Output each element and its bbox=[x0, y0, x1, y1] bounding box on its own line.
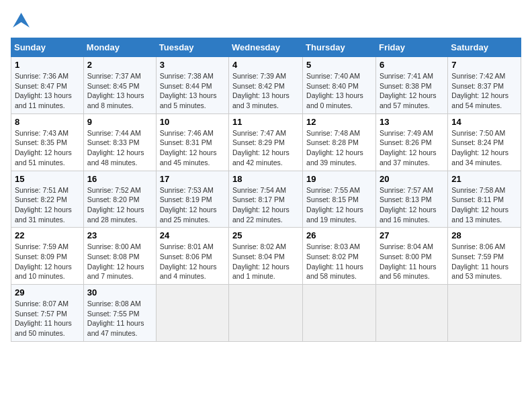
day-number: 28 bbox=[451, 230, 517, 240]
day-number: 30 bbox=[87, 287, 152, 298]
weekday-header: Tuesday bbox=[156, 38, 228, 57]
day-info: Sunrise: 7:59 AMSunset: 8:09 PMDaylight:… bbox=[15, 242, 80, 281]
weekday-header: Saturday bbox=[448, 38, 521, 57]
day-number: 19 bbox=[306, 174, 372, 184]
calendar-cell: 12Sunrise: 7:48 AMSunset: 8:28 PMDayligh… bbox=[303, 113, 376, 171]
svg-marker-0 bbox=[13, 13, 30, 28]
weekday-header: Friday bbox=[375, 38, 447, 57]
day-info: Sunrise: 7:51 AMSunset: 8:22 PMDaylight:… bbox=[15, 185, 80, 225]
calendar-cell: 30Sunrise: 8:08 AMSunset: 7:55 PMDayligh… bbox=[83, 285, 156, 342]
day-info: Sunrise: 7:43 AMSunset: 8:35 PMDaylight:… bbox=[15, 128, 80, 168]
calendar-cell: 22Sunrise: 7:59 AMSunset: 8:09 PMDayligh… bbox=[11, 228, 84, 285]
calendar-cell: 10Sunrise: 7:46 AMSunset: 8:31 PMDayligh… bbox=[156, 113, 228, 171]
weekday-header: Sunday bbox=[11, 38, 84, 57]
day-info: Sunrise: 7:42 AMSunset: 8:37 PMDaylight:… bbox=[451, 71, 517, 111]
day-number: 24 bbox=[160, 230, 225, 240]
day-info: Sunrise: 7:53 AMSunset: 8:19 PMDaylight:… bbox=[160, 185, 225, 225]
calendar-cell: 16Sunrise: 7:52 AMSunset: 8:20 PMDayligh… bbox=[83, 171, 156, 228]
page-header bbox=[11, 11, 521, 30]
day-number: 25 bbox=[232, 230, 299, 240]
calendar-cell: 21Sunrise: 7:58 AMSunset: 8:11 PMDayligh… bbox=[448, 171, 521, 228]
day-number: 15 bbox=[15, 174, 80, 184]
weekday-header: Thursday bbox=[303, 38, 376, 57]
day-number: 17 bbox=[160, 174, 225, 184]
day-info: Sunrise: 8:00 AMSunset: 8:08 PMDaylight:… bbox=[87, 242, 152, 281]
day-info: Sunrise: 7:38 AMSunset: 8:44 PMDaylight:… bbox=[160, 71, 225, 111]
day-number: 3 bbox=[160, 60, 225, 70]
calendar-cell bbox=[303, 285, 376, 342]
day-number: 6 bbox=[380, 60, 444, 70]
day-number: 27 bbox=[380, 230, 444, 240]
calendar-cell: 5Sunrise: 7:40 AMSunset: 8:40 PMDaylight… bbox=[303, 57, 376, 114]
calendar-cell: 14Sunrise: 7:50 AMSunset: 8:24 PMDayligh… bbox=[448, 113, 521, 171]
weekday-header: Wednesday bbox=[229, 38, 303, 57]
calendar-cell: 11Sunrise: 7:47 AMSunset: 8:29 PMDayligh… bbox=[229, 113, 303, 171]
calendar-cell: 27Sunrise: 8:04 AMSunset: 8:00 PMDayligh… bbox=[375, 228, 447, 285]
day-info: Sunrise: 7:44 AMSunset: 8:33 PMDaylight:… bbox=[87, 128, 152, 168]
day-info: Sunrise: 8:08 AMSunset: 7:55 PMDaylight:… bbox=[87, 299, 152, 338]
day-info: Sunrise: 7:40 AMSunset: 8:40 PMDaylight:… bbox=[306, 71, 372, 111]
day-info: Sunrise: 8:02 AMSunset: 8:04 PMDaylight:… bbox=[232, 242, 299, 281]
day-number: 10 bbox=[160, 117, 225, 127]
day-info: Sunrise: 7:55 AMSunset: 8:15 PMDaylight:… bbox=[306, 185, 372, 225]
day-info: Sunrise: 7:48 AMSunset: 8:28 PMDaylight:… bbox=[306, 128, 372, 168]
logo-icon bbox=[11, 11, 30, 30]
day-info: Sunrise: 8:06 AMSunset: 7:59 PMDaylight:… bbox=[451, 242, 517, 281]
day-info: Sunrise: 8:04 AMSunset: 8:00 PMDaylight:… bbox=[380, 242, 444, 281]
calendar-cell: 25Sunrise: 8:02 AMSunset: 8:04 PMDayligh… bbox=[229, 228, 303, 285]
day-info: Sunrise: 7:39 AMSunset: 8:42 PMDaylight:… bbox=[232, 71, 299, 111]
day-info: Sunrise: 8:01 AMSunset: 8:06 PMDaylight:… bbox=[160, 242, 225, 281]
calendar-cell: 2Sunrise: 7:37 AMSunset: 8:45 PMDaylight… bbox=[83, 57, 156, 114]
day-number: 22 bbox=[15, 230, 80, 240]
day-number: 16 bbox=[87, 174, 152, 184]
day-number: 29 bbox=[15, 287, 80, 298]
day-info: Sunrise: 7:52 AMSunset: 8:20 PMDaylight:… bbox=[87, 185, 152, 225]
calendar-cell: 8Sunrise: 7:43 AMSunset: 8:35 PMDaylight… bbox=[11, 113, 84, 171]
calendar-cell: 28Sunrise: 8:06 AMSunset: 7:59 PMDayligh… bbox=[448, 228, 521, 285]
calendar-cell bbox=[375, 285, 447, 342]
day-info: Sunrise: 7:54 AMSunset: 8:17 PMDaylight:… bbox=[232, 185, 299, 225]
day-number: 4 bbox=[232, 60, 299, 70]
calendar-cell: 26Sunrise: 8:03 AMSunset: 8:02 PMDayligh… bbox=[303, 228, 376, 285]
day-number: 1 bbox=[15, 60, 80, 70]
day-number: 26 bbox=[306, 230, 372, 240]
calendar-week-row: 15Sunrise: 7:51 AMSunset: 8:22 PMDayligh… bbox=[11, 171, 521, 228]
day-number: 9 bbox=[87, 117, 152, 127]
calendar-cell: 1Sunrise: 7:36 AMSunset: 8:47 PMDaylight… bbox=[11, 57, 84, 114]
calendar-cell: 13Sunrise: 7:49 AMSunset: 8:26 PMDayligh… bbox=[375, 113, 447, 171]
calendar-header-row: SundayMondayTuesdayWednesdayThursdayFrid… bbox=[11, 38, 521, 57]
day-info: Sunrise: 7:49 AMSunset: 8:26 PMDaylight:… bbox=[380, 128, 444, 168]
day-info: Sunrise: 7:46 AMSunset: 8:31 PMDaylight:… bbox=[160, 128, 225, 168]
calendar-cell: 17Sunrise: 7:53 AMSunset: 8:19 PMDayligh… bbox=[156, 171, 228, 228]
calendar-cell: 29Sunrise: 8:07 AMSunset: 7:57 PMDayligh… bbox=[11, 285, 84, 342]
day-number: 11 bbox=[232, 117, 299, 127]
calendar-cell bbox=[448, 285, 521, 342]
calendar-cell: 23Sunrise: 8:00 AMSunset: 8:08 PMDayligh… bbox=[83, 228, 156, 285]
calendar-week-row: 22Sunrise: 7:59 AMSunset: 8:09 PMDayligh… bbox=[11, 228, 521, 285]
day-info: Sunrise: 8:03 AMSunset: 8:02 PMDaylight:… bbox=[306, 242, 372, 281]
calendar-cell: 7Sunrise: 7:42 AMSunset: 8:37 PMDaylight… bbox=[448, 57, 521, 114]
day-number: 7 bbox=[451, 60, 517, 70]
day-number: 2 bbox=[87, 60, 152, 70]
day-number: 21 bbox=[451, 174, 517, 184]
day-info: Sunrise: 7:50 AMSunset: 8:24 PMDaylight:… bbox=[451, 128, 517, 168]
calendar-cell bbox=[229, 285, 303, 342]
day-info: Sunrise: 7:41 AMSunset: 8:38 PMDaylight:… bbox=[380, 71, 444, 111]
day-info: Sunrise: 7:36 AMSunset: 8:47 PMDaylight:… bbox=[15, 71, 80, 111]
calendar-cell: 19Sunrise: 7:55 AMSunset: 8:15 PMDayligh… bbox=[303, 171, 376, 228]
day-number: 20 bbox=[380, 174, 444, 184]
day-info: Sunrise: 7:47 AMSunset: 8:29 PMDaylight:… bbox=[232, 128, 299, 168]
calendar-cell: 24Sunrise: 8:01 AMSunset: 8:06 PMDayligh… bbox=[156, 228, 228, 285]
day-number: 18 bbox=[232, 174, 299, 184]
calendar-cell: 6Sunrise: 7:41 AMSunset: 8:38 PMDaylight… bbox=[375, 57, 447, 114]
day-number: 5 bbox=[306, 60, 372, 70]
calendar-week-row: 29Sunrise: 8:07 AMSunset: 7:57 PMDayligh… bbox=[11, 285, 521, 342]
calendar-table: SundayMondayTuesdayWednesdayThursdayFrid… bbox=[11, 38, 521, 342]
day-number: 14 bbox=[451, 117, 517, 127]
calendar-cell: 15Sunrise: 7:51 AMSunset: 8:22 PMDayligh… bbox=[11, 171, 84, 228]
calendar-week-row: 8Sunrise: 7:43 AMSunset: 8:35 PMDaylight… bbox=[11, 113, 521, 171]
calendar-cell: 4Sunrise: 7:39 AMSunset: 8:42 PMDaylight… bbox=[229, 57, 303, 114]
calendar-cell: 18Sunrise: 7:54 AMSunset: 8:17 PMDayligh… bbox=[229, 171, 303, 228]
day-number: 13 bbox=[380, 117, 444, 127]
day-info: Sunrise: 8:07 AMSunset: 7:57 PMDaylight:… bbox=[15, 299, 80, 338]
